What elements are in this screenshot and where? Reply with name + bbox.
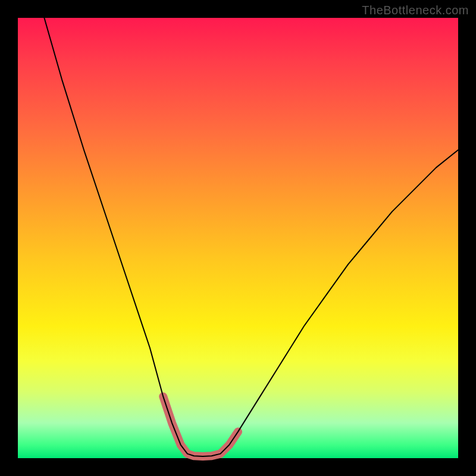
watermark-text: TheBottleneck.com (362, 4, 469, 17)
chart-frame: TheBottleneck.com (0, 0, 476, 476)
plot-area (18, 18, 458, 458)
bottleneck-curve-path (44, 18, 458, 456)
chart-svg (18, 18, 458, 458)
